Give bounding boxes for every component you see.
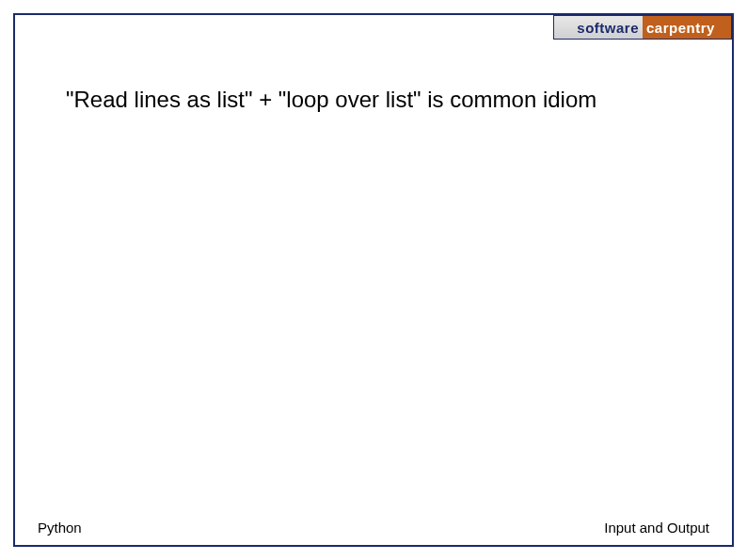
logo-left-text: software bbox=[577, 20, 639, 36]
logo: software carpentry bbox=[553, 15, 732, 40]
slide-body-text: "Read lines as list" + "loop over list" … bbox=[66, 85, 709, 114]
logo-right-panel: carpentry bbox=[643, 16, 731, 39]
logo-left-panel: software bbox=[554, 16, 643, 39]
footer-left: Python bbox=[38, 520, 82, 536]
footer-right: Input and Output bbox=[604, 520, 709, 536]
logo-right-text: carpentry bbox=[646, 20, 715, 36]
